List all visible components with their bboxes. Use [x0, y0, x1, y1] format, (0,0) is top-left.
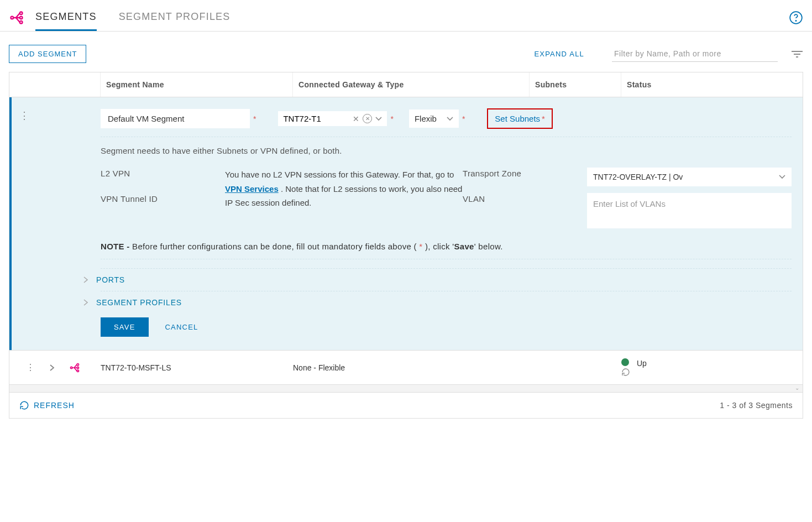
row-segment-name: TNT72-T0-MSFT-LS [101, 363, 293, 372]
svg-point-1 [20, 12, 23, 15]
divider [101, 137, 792, 137]
col-gateway: Connected Gateway & Type [293, 72, 530, 97]
gateway-select[interactable]: ✕ ✕ [278, 111, 387, 126]
vpn-services-link[interactable]: VPN Services [225, 184, 279, 194]
note-text: NOTE - Before further configurations can… [101, 242, 792, 251]
ports-expander[interactable]: PORTS [101, 268, 792, 291]
clear-selection-icon[interactable]: ✕ [363, 114, 372, 123]
svg-point-6 [71, 367, 72, 368]
toolbar: ADD SEGMENT EXPAND ALL [0, 32, 812, 72]
svg-point-3 [20, 21, 23, 24]
required-marker: * [462, 114, 465, 123]
set-subnets-button[interactable]: Set Subnets* [487, 108, 553, 129]
status-up-icon [621, 358, 629, 366]
chevron-right-icon [83, 276, 88, 284]
gateway-input[interactable] [283, 114, 349, 123]
row-gateway: None - Flexible [293, 363, 530, 372]
cancel-button[interactable]: CANCEL [165, 323, 198, 331]
col-status: Status [621, 72, 803, 97]
col-actions [9, 72, 101, 97]
table-row: ⋮ TNT72-T0-MSFT-LS None - Flexible Up [9, 350, 803, 384]
svg-point-2 [20, 17, 23, 19]
vlan-label: VLAN [463, 193, 587, 203]
help-icon[interactable] [789, 11, 803, 25]
row-actions-menu-icon[interactable]: ⋮ [26, 362, 35, 373]
add-segment-button[interactable]: ADD SEGMENT [9, 45, 86, 63]
svg-point-9 [77, 370, 78, 372]
edit-actions: SAVE CANCEL [101, 314, 792, 344]
table-header: Segment Name Connected Gateway & Type Su… [9, 72, 803, 97]
filter-input[interactable] [612, 46, 778, 62]
expand-all-link[interactable]: EXPAND ALL [534, 50, 584, 58]
transport-zone-label: Transport Zone [463, 168, 587, 178]
svg-point-0 [11, 17, 14, 19]
segments-logo-icon [9, 10, 24, 25]
filter-icon[interactable] [791, 50, 803, 58]
tab-segment-profiles[interactable]: SEGMENT PROFILES [119, 4, 230, 31]
svg-point-7 [77, 363, 78, 365]
l2vpn-label: L2 VPN [101, 168, 225, 178]
transport-zone-select[interactable]: TNT72-OVERLAY-TZ | Ov [587, 168, 792, 186]
divider [101, 259, 792, 259]
l2vpn-text: You have no L2 VPN sessions for this Gat… [225, 168, 463, 210]
col-subnets: Subnets [530, 72, 621, 97]
segment-icon [69, 362, 80, 373]
pager-text: 1 - 3 of 3 Segments [720, 401, 793, 410]
vpn-tunnel-id-label: VPN Tunnel ID [101, 193, 225, 203]
refresh-button[interactable]: REFRESH [19, 400, 75, 410]
row-status: Up [621, 358, 803, 377]
segment-edit-row: ⋮ * ✕ ✕ * Flexib * [9, 97, 803, 350]
expand-row-icon[interactable] [49, 364, 55, 372]
form-grid: L2 VPN You have no L2 VPN sessions for t… [101, 168, 792, 228]
segments-table: Segment Name Connected Gateway & Type Su… [9, 72, 803, 393]
refresh-row-icon[interactable] [621, 368, 803, 377]
table-footer: REFRESH 1 - 3 of 3 Segments [9, 393, 803, 419]
required-marker: * [253, 114, 256, 123]
segment-profiles-expander[interactable]: SEGMENT PROFILES [101, 291, 792, 314]
chevron-down-icon[interactable] [375, 117, 382, 121]
tab-bar: SEGMENTS SEGMENT PROFILES [35, 4, 789, 31]
save-button[interactable]: SAVE [101, 317, 149, 337]
type-select[interactable]: Flexib [409, 109, 459, 128]
scroll-hint: ⌄ [9, 384, 803, 392]
row-actions-menu-icon[interactable]: ⋮ [19, 109, 29, 122]
segment-name-input[interactable] [101, 109, 250, 128]
edit-fields-row: * ✕ ✕ * Flexib * Set Subnets* [101, 108, 792, 129]
clear-text-icon[interactable]: ✕ [353, 114, 359, 123]
tab-segments[interactable]: SEGMENTS [35, 4, 97, 31]
page-header: SEGMENTS SEGMENT PROFILES [0, 0, 812, 32]
col-segment-name: Segment Name [101, 72, 293, 97]
svg-point-8 [77, 367, 78, 368]
subnet-hint-text: Segment needs to have either Subnets or … [101, 146, 792, 155]
chevron-right-icon [83, 299, 88, 306]
type-value: Flexib [415, 114, 437, 123]
required-marker: * [390, 114, 393, 123]
vlan-input[interactable]: Enter List of VLANs [587, 193, 792, 228]
svg-point-5 [795, 20, 796, 21]
